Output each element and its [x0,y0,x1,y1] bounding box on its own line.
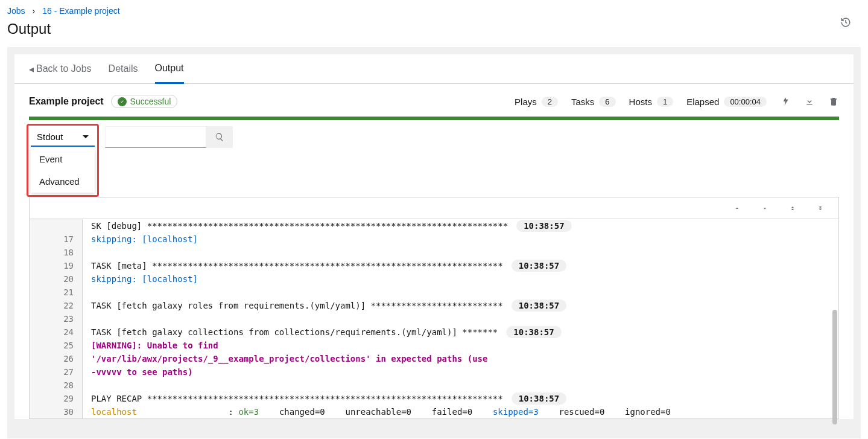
timestamp-badge: 10:38:57 [512,260,566,272]
line-number: 21 [30,286,83,299]
output-line: 20skipping: [localhost] [30,272,838,286]
project-title: Example project [29,96,104,107]
stat-elapsed-label: Elapsed [686,97,719,107]
tabs: ◂ Back to Jobs Details Output [14,54,854,84]
stat-plays-label: Plays [515,97,537,107]
stdout-dropdown-selected: Stdout [37,132,63,142]
line-number: 30 [30,405,83,418]
line-number: 17 [30,232,83,246]
scroll-bottom-icon[interactable] [817,205,824,212]
line-number: 18 [30,246,83,259]
output-line: 19TASK [meta] **************************… [30,259,838,272]
line-content: skipping: [localhost] [83,234,838,244]
output-line: 26'/var/lib/awx/projects/_9__example_pro… [30,352,838,365]
output-line: 23 [30,312,838,325]
tab-output[interactable]: Output [155,54,184,84]
line-number [30,219,83,232]
scroll-prev-icon[interactable] [733,205,741,212]
back-to-jobs-link[interactable]: ◂ Back to Jobs [29,55,92,83]
output-line: 25[WARNING]: Unable to find [30,339,838,352]
line-number: 25 [30,339,83,352]
relaunch-icon[interactable] [780,96,791,107]
breadcrumb-link-jobs[interactable]: Jobs [7,6,25,16]
line-content: PLAY RECAP *****************************… [83,393,838,405]
stdout-dropdown-menu: Event Advanced [31,148,95,193]
stat-tasks-label: Tasks [571,97,594,107]
line-number: 20 [30,272,83,286]
output-lines: SK [debug] *****************************… [30,219,838,418]
delete-icon[interactable] [828,96,839,107]
output-line: 22TASK [fetch galaxy roles from requirem… [30,299,838,312]
line-number: 22 [30,299,83,312]
line-number: 19 [30,259,83,272]
line-number: 23 [30,312,83,325]
search-icon [215,132,224,142]
tab-details[interactable]: Details [109,55,138,83]
status-text: Successful [130,97,171,106]
stdout-dropdown-highlight: Stdout Event Advanced [27,124,99,197]
timestamp-badge: 10:38:57 [512,300,566,312]
dropdown-item-advanced[interactable]: Advanced [31,170,95,193]
stat-tasks: Tasks 6 [571,97,616,107]
line-number: 27 [30,365,83,379]
line-number: 24 [30,325,83,339]
stat-plays: Plays 2 [515,97,558,107]
line-content: '/var/lib/awx/projects/_9__example_proje… [83,354,838,364]
timestamp-badge: 10:38:57 [516,220,571,232]
stdout-dropdown-toggle[interactable]: Stdout [31,128,95,147]
scroll-next-icon[interactable] [761,205,768,212]
line-number: 26 [30,352,83,365]
line-content: [WARNING]: Unable to find [83,341,838,350]
line-content: skipping: [localhost] [83,274,838,284]
stat-hosts-value: 1 [657,97,673,107]
scrollbar-thumb[interactable] [832,310,837,425]
caret-down-icon [83,135,89,138]
history-icon[interactable] [840,17,851,28]
output-line: 24TASK [fetch galaxy collections from co… [30,325,838,339]
caret-left-icon: ◂ [29,63,34,75]
output-line: SK [debug] *****************************… [30,219,838,232]
line-content: TASK [fetch galaxy roles from requiremen… [83,300,838,312]
output-line: 28 [30,379,838,392]
download-icon[interactable] [804,96,815,107]
output-line: 17skipping: [localhost] [30,232,838,246]
output-line: 18 [30,246,838,259]
status-badge: Successful [111,95,178,108]
stat-hosts: Hosts 1 [629,97,674,107]
chevron-right-icon: › [33,6,36,16]
output-line: 29PLAY RECAP ***************************… [30,392,838,405]
check-circle-icon [118,97,127,106]
dropdown-item-event[interactable]: Event [31,148,95,170]
search-input[interactable] [105,126,206,148]
line-number: 29 [30,392,83,405]
line-content: -vvvvv to see paths) [83,367,838,377]
page-title: Output [7,21,120,37]
output-body: SK [debug] *****************************… [29,197,839,419]
line-content: TASK [fetch galaxy collections from coll… [83,326,838,338]
output-line: 21 [30,286,838,299]
stat-elapsed-value: 00:00:04 [724,97,767,107]
line-content: TASK [meta] ****************************… [83,260,838,272]
scroll-top-icon[interactable] [789,205,796,212]
timestamp-badge: 10:38:57 [512,393,566,405]
scrollbar-track[interactable] [832,219,837,418]
breadcrumb: Jobs › 16 - Example project [7,6,120,19]
line-number: 28 [30,379,83,392]
stat-tasks-value: 6 [599,97,615,107]
stat-elapsed: Elapsed 00:00:04 [686,97,767,107]
timestamp-badge: 10:38:57 [506,326,561,338]
output-line: 27-vvvvv to see paths) [30,365,838,379]
output-line: 30localhost : ok=3 changed=0 unreachable… [30,405,838,418]
breadcrumb-link-item[interactable]: 16 - Example project [42,6,119,16]
stat-hosts-label: Hosts [629,97,652,107]
search-button[interactable] [206,126,233,148]
line-content: SK [debug] *****************************… [83,220,838,232]
line-content: localhost : ok=3 changed=0 unreachable=0… [83,407,838,417]
back-to-jobs-label: Back to Jobs [36,63,92,74]
stat-plays-value: 2 [542,97,558,107]
